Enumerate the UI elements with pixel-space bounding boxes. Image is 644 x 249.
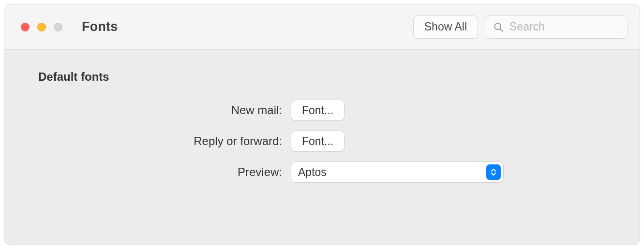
row-preview: Preview: Aptos: [38, 161, 606, 183]
zoom-window-button-disabled: [54, 23, 62, 31]
font-button-label: Font...: [302, 135, 333, 148]
preview-font-value: Aptos: [298, 166, 496, 179]
label-preview: Preview:: [38, 165, 291, 179]
show-all-label: Show All: [424, 20, 467, 33]
font-button-label: Font...: [302, 104, 333, 117]
preview-font-select[interactable]: Aptos: [291, 161, 504, 183]
chevron-down-icon: [491, 173, 496, 176]
chevron-up-icon: [491, 169, 496, 172]
content-area: Default fonts New mail: Font... Reply or…: [4, 50, 640, 245]
minimize-window-button[interactable]: [37, 23, 46, 31]
preferences-window: Fonts Show All Default fonts New mail: F…: [4, 4, 640, 245]
toolbar-right: Show All: [413, 15, 628, 39]
show-all-button[interactable]: Show All: [413, 15, 478, 39]
new-mail-font-button[interactable]: Font...: [291, 100, 344, 121]
search-input[interactable]: [509, 20, 640, 33]
reply-forward-font-button[interactable]: Font...: [291, 131, 344, 152]
row-reply-forward: Reply or forward: Font...: [38, 130, 606, 152]
search-icon: [493, 22, 504, 32]
window-title: Fonts: [82, 19, 118, 34]
label-new-mail: New mail:: [38, 103, 291, 117]
form-rows: New mail: Font... Reply or forward: Font…: [38, 99, 606, 183]
search-field[interactable]: [485, 15, 628, 39]
traffic-lights: [21, 23, 62, 31]
svg-line-1: [500, 29, 503, 31]
row-new-mail: New mail: Font...: [38, 99, 606, 121]
titlebar: Fonts Show All: [4, 4, 640, 50]
close-window-button[interactable]: [21, 23, 30, 31]
section-heading-default-fonts: Default fonts: [38, 70, 606, 84]
label-reply-forward: Reply or forward:: [38, 134, 291, 148]
select-stepper-icon: [486, 164, 501, 180]
